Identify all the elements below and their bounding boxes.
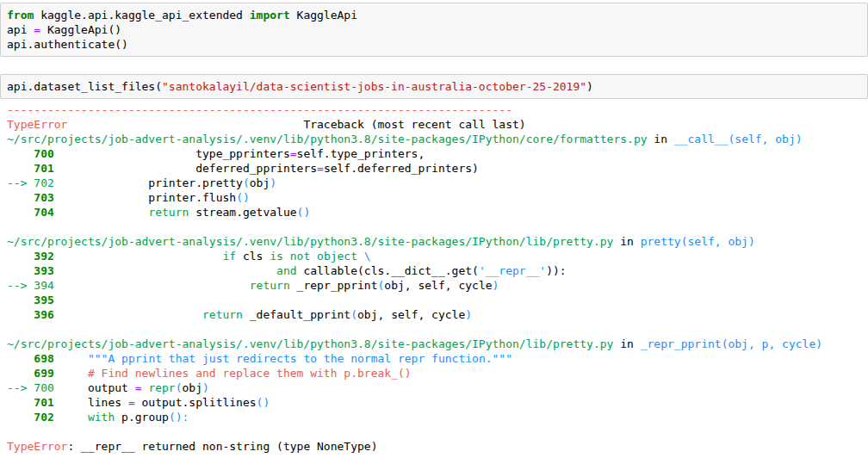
code-line: --> 702 printer.pretty(obj) xyxy=(7,176,868,190)
code-line: from kaggle.api.kaggle_api_extended impo… xyxy=(7,8,860,22)
code-line: 704 return stream.getvalue() xyxy=(7,205,868,220)
code-line: api = KaggleApi() xyxy=(7,22,860,37)
code-line: 700 type_pprinters=self.type_printers, xyxy=(7,146,868,161)
code-editor[interactable]: from kaggle.api.kaggle_api_extended impo… xyxy=(7,8,860,52)
code-line xyxy=(7,322,868,337)
code-line: 701 lines = output.splitlines() xyxy=(7,395,868,410)
code-line: ~/src/projects/job-advert-analysis/.venv… xyxy=(7,132,868,146)
code-line: --> 394 return _repr_pprint(obj, self, c… xyxy=(7,278,868,293)
code-line: TypeError Traceback (most recent call la… xyxy=(7,117,868,132)
code-cell-import-authenticate[interactable]: from kaggle.api.kaggle_api_extended impo… xyxy=(0,3,868,57)
code-line xyxy=(7,220,868,234)
notebook: from kaggle.api.kaggle_api_extended impo… xyxy=(0,3,868,454)
code-line: ----------------------------------------… xyxy=(7,102,868,117)
code-line: ~/src/projects/job-advert-analysis/.venv… xyxy=(7,337,868,351)
code-editor[interactable]: api.dataset_list_files("santokalayil/dat… xyxy=(7,79,860,94)
code-line: 702 with p.group(): xyxy=(7,410,868,424)
code-line: 395 xyxy=(7,293,868,307)
code-line: 703 printer.flush() xyxy=(7,190,868,205)
code-line: 698 """A pprint that just redirects to t… xyxy=(7,351,868,366)
code-line xyxy=(7,424,868,439)
traceback-text: ----------------------------------------… xyxy=(7,102,868,454)
error-traceback-output: ----------------------------------------… xyxy=(0,99,868,454)
code-cell-dataset-list-files[interactable]: api.dataset_list_files("santokalayil/dat… xyxy=(0,74,868,99)
code-line: ~/src/projects/job-advert-analysis/.venv… xyxy=(7,234,868,249)
code-line: 393 and callable(cls.__dict__.get('__rep… xyxy=(7,263,868,278)
code-line: 699 # Find newlines and replace them wit… xyxy=(7,366,868,380)
code-line: --> 700 output = repr(obj) xyxy=(7,380,868,395)
code-line: api.authenticate() xyxy=(7,37,860,52)
code-line: 701 deferred_pprinters=self.deferred_pri… xyxy=(7,161,868,176)
code-line: 392 if cls is not object \ xyxy=(7,249,868,263)
code-line: 396 return _default_pprint(obj, self, cy… xyxy=(7,307,868,322)
code-line: TypeError: __repr__ returned non-string … xyxy=(7,439,868,454)
code-line: api.dataset_list_files("santokalayil/dat… xyxy=(7,79,860,94)
